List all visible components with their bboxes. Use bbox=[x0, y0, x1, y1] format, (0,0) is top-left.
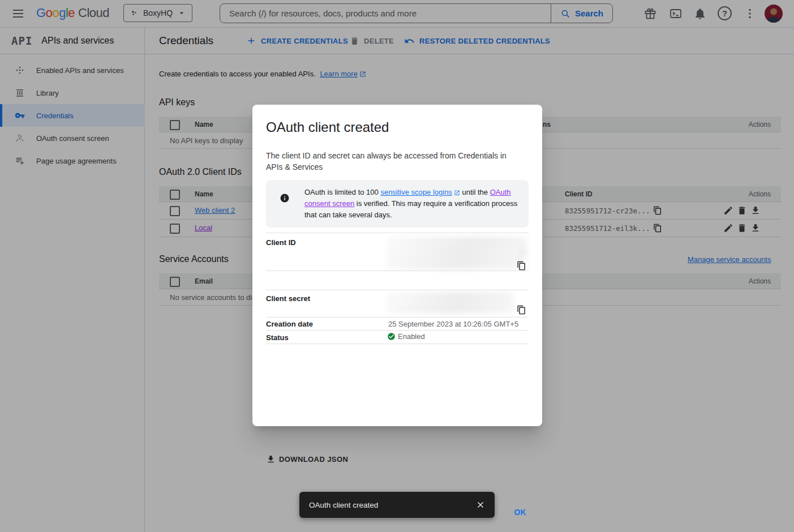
verification-notice: OAuth is limited to 100 sensitive scope … bbox=[266, 180, 529, 228]
copy-client-secret-icon[interactable] bbox=[517, 305, 526, 315]
toast-message: OAuth client created bbox=[309, 501, 475, 509]
creation-date-label: Creation date bbox=[266, 320, 313, 328]
copy-client-id-icon[interactable] bbox=[517, 261, 526, 271]
client-id-label: Client ID bbox=[266, 238, 296, 247]
status-value: Enabled bbox=[398, 332, 425, 341]
download-json-button[interactable]: DOWNLOAD JSON bbox=[264, 452, 350, 466]
client-secret-label: Client secret bbox=[266, 294, 310, 303]
ok-button[interactable]: OK bbox=[512, 505, 529, 519]
download-json-label: DOWNLOAD JSON bbox=[279, 455, 348, 464]
sensitive-scope-logins-link[interactable]: sensitive scope logins bbox=[380, 188, 452, 196]
divider bbox=[266, 330, 529, 331]
notice-text: OAuth is limited to 100 sensitive scope … bbox=[304, 187, 521, 221]
client-secret-redacted-value bbox=[386, 292, 514, 314]
notice-mid: until the bbox=[460, 188, 490, 196]
info-icon bbox=[280, 193, 290, 203]
google-cloud-console: Google Cloud BoxyHQ Search ? API APIs an… bbox=[0, 0, 794, 532]
divider bbox=[266, 290, 529, 290]
status-value-wrap: Enabled bbox=[387, 332, 425, 341]
divider bbox=[266, 344, 529, 344]
divider bbox=[266, 317, 529, 318]
creation-date-value: 25 September 2023 at 10:26:05 GMT+5 bbox=[388, 320, 518, 328]
enabled-check-icon bbox=[387, 332, 396, 341]
dialog-subtitle: The client ID and secret can always be a… bbox=[266, 150, 517, 173]
notice-pre: OAuth is limited to 100 bbox=[304, 188, 380, 196]
divider bbox=[266, 233, 529, 233]
external-link-icon bbox=[454, 190, 460, 196]
divider bbox=[266, 271, 529, 271]
snackbar-toast: OAuth client created bbox=[299, 492, 495, 518]
client-id-redacted-value bbox=[386, 237, 526, 269]
oauth-client-created-dialog: OAuth client created The client ID and s… bbox=[252, 105, 542, 426]
dialog-title: OAuth client created bbox=[266, 119, 389, 135]
download-icon bbox=[266, 454, 276, 464]
close-icon[interactable] bbox=[475, 500, 486, 510]
status-label: Status bbox=[266, 333, 289, 342]
client-id-redacted-value bbox=[513, 247, 527, 258]
